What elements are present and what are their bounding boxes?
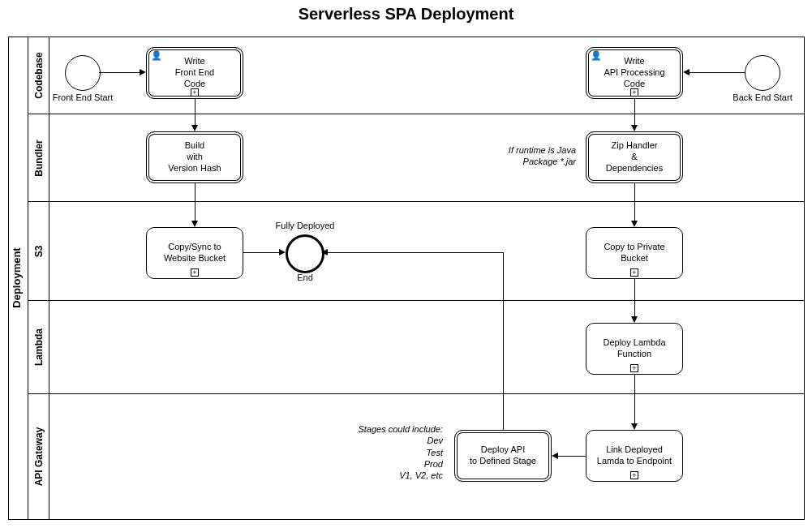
task-label: Copy to Private Bucket bbox=[604, 242, 664, 264]
task-copy-private-bucket: Copy to Private Bucket + bbox=[586, 227, 683, 279]
task-label: Copy/Sync to Website Bucket bbox=[164, 242, 226, 264]
lane-codebase: Codebase bbox=[33, 51, 45, 100]
task-zip-handler: Zip Handler & Dependencies bbox=[586, 131, 683, 183]
task-label: Link Deployed Lamda to Endpoint bbox=[597, 444, 672, 467]
lane-header-divider bbox=[49, 36, 49, 520]
flow bbox=[634, 99, 635, 125]
subprocess-marker: + bbox=[630, 88, 638, 97]
annotation-stages: Stages could include: Dev Test Prod V1, … bbox=[339, 423, 443, 481]
end-event-label-top: Fully Deployed bbox=[269, 221, 341, 230]
lane-divider-4 bbox=[28, 393, 805, 394]
arrowhead-icon bbox=[279, 249, 286, 255]
flow bbox=[328, 252, 503, 253]
flow bbox=[195, 99, 195, 125]
task-label: Write Front End Code bbox=[175, 56, 214, 89]
task-label: Zip Handler & Dependencies bbox=[606, 140, 663, 174]
lane-bundler: Bundler bbox=[33, 134, 45, 182]
lane-divider-3 bbox=[28, 300, 805, 301]
arrowhead-icon bbox=[631, 221, 638, 227]
flow bbox=[558, 456, 586, 457]
end-event-label-bottom: End bbox=[269, 273, 341, 282]
arrowhead-icon bbox=[191, 125, 198, 131]
arrowhead-icon bbox=[140, 69, 146, 75]
task-build-hash: Build with Version Hash bbox=[146, 131, 243, 183]
subprocess-marker: + bbox=[191, 268, 199, 277]
annotation-java: If runtime is Java Package *.jar bbox=[485, 144, 576, 168]
task-label: Deploy API to Defined Stage bbox=[470, 444, 536, 467]
flow bbox=[690, 72, 745, 73]
task-label: Write API Processing Code bbox=[604, 56, 664, 89]
user-icon: 👤 bbox=[151, 50, 162, 62]
task-deploy-lambda: Deploy Lambda Function + bbox=[586, 323, 683, 375]
pool-label: Deployment bbox=[11, 246, 23, 311]
lane-divider-2 bbox=[28, 201, 805, 202]
lane-s3: S3 bbox=[33, 227, 45, 276]
flow bbox=[634, 375, 635, 423]
arrowhead-icon bbox=[321, 249, 328, 255]
lane-apigw: API Gateway bbox=[33, 423, 45, 491]
subprocess-marker: + bbox=[630, 471, 638, 479]
start-event-back-end-label: Back End Start bbox=[724, 92, 801, 102]
end-event bbox=[286, 234, 324, 273]
arrowhead-icon bbox=[191, 221, 198, 227]
diagram-title: Serverless SPA Deployment bbox=[0, 5, 812, 24]
flow bbox=[634, 279, 635, 316]
pool-header-divider bbox=[28, 36, 28, 520]
start-event-front-end bbox=[65, 55, 101, 91]
task-link-lambda-endpoint: Link Deployed Lamda to Endpoint + bbox=[586, 430, 683, 482]
arrowhead-icon bbox=[631, 423, 638, 430]
subprocess-marker: + bbox=[191, 88, 199, 97]
flow bbox=[243, 252, 279, 253]
task-deploy-api-stage: Deploy API to Defined Stage bbox=[454, 430, 552, 482]
lane-divider-1 bbox=[28, 114, 805, 114]
arrowhead-icon bbox=[552, 453, 558, 459]
start-event-back-end bbox=[745, 55, 780, 91]
arrowhead-icon bbox=[631, 316, 638, 323]
task-write-front-end: 👤 Write Front End Code + bbox=[146, 47, 243, 99]
flow bbox=[99, 72, 140, 73]
flow bbox=[195, 183, 195, 221]
arrowhead-icon bbox=[683, 69, 690, 75]
lane-lambda: Lambda bbox=[33, 323, 45, 371]
subprocess-marker: + bbox=[630, 364, 638, 372]
task-label: Deploy Lambda Function bbox=[603, 337, 665, 360]
user-icon: 👤 bbox=[591, 50, 602, 62]
task-write-api-code: 👤 Write API Processing Code + bbox=[586, 47, 683, 99]
arrowhead-icon bbox=[631, 125, 638, 131]
start-event-front-end-label: Front End Start bbox=[45, 92, 121, 102]
subprocess-marker: + bbox=[630, 268, 638, 277]
task-copy-website-bucket: Copy/Sync to Website Bucket + bbox=[146, 227, 243, 279]
flow bbox=[634, 183, 635, 221]
flow bbox=[503, 252, 504, 430]
task-label: Build with Version Hash bbox=[168, 140, 221, 174]
